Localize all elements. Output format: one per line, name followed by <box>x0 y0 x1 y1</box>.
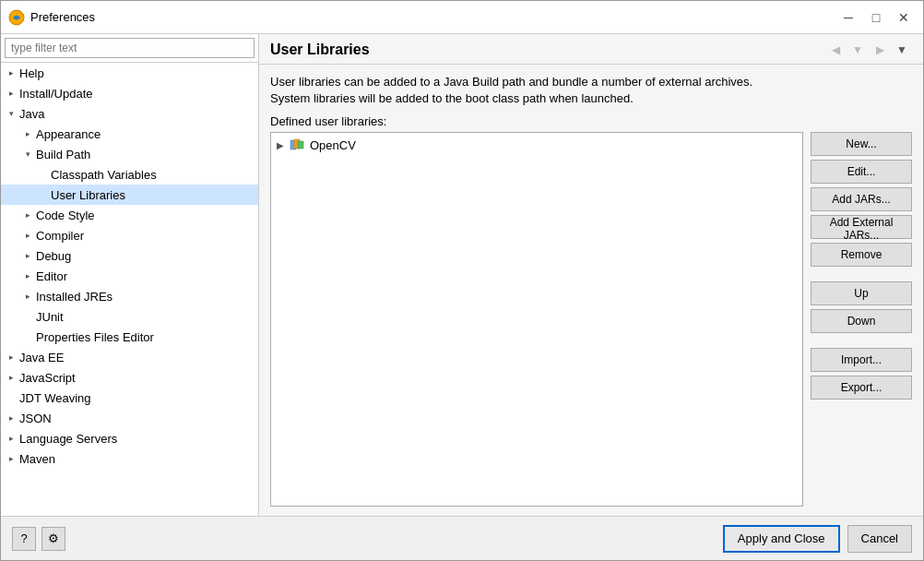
export-button[interactable]: Export... <box>811 376 912 400</box>
sidebar-item-label: Install/Update <box>19 87 255 101</box>
description: User libraries can be added to a Java Bu… <box>270 74 912 107</box>
preferences-window: Preferences ─ □ ✕ ▸Help▸Install/Update▾J… <box>0 0 924 561</box>
sidebar-item-label: Compiler <box>36 229 255 243</box>
list-item[interactable]: ▶ OpenCV <box>273 135 800 155</box>
minimize-button[interactable]: ─ <box>836 7 860 28</box>
maximize-button[interactable]: □ <box>864 7 888 28</box>
sidebar-item-label: JDT Weaving <box>19 391 255 405</box>
tree-arrow-icon: ▸ <box>21 210 34 220</box>
sidebar-item-label: Code Style <box>36 209 255 222</box>
library-buttons: New... Edit... Add JARs... Add External … <box>811 132 912 507</box>
forward-button[interactable]: ▶ <box>870 40 890 60</box>
tree-arrow-icon: ▸ <box>5 413 18 423</box>
sidebar-item-label: JUnit <box>36 310 255 324</box>
sidebar-item-label: Help <box>19 66 255 80</box>
remove-button[interactable]: Remove <box>811 243 912 267</box>
sidebar-item-label: Installed JREs <box>36 290 255 304</box>
panel-header: User Libraries ◀ ▼ ▶ ▼ <box>259 34 923 65</box>
description-line2: System libraries will be added to the bo… <box>270 91 634 105</box>
sidebar-item-label: Appearance <box>36 127 255 141</box>
sidebar-item-jdt-weaving[interactable]: JDT Weaving <box>1 388 258 408</box>
sidebar-item-label: Java <box>19 107 255 121</box>
tree-arrow-icon: ▸ <box>21 292 34 301</box>
sidebar-item-junit[interactable]: JUnit <box>1 306 258 327</box>
up-button[interactable]: Up <box>811 281 912 305</box>
sidebar-item-label: JavaScript <box>19 371 255 385</box>
sidebar-item-label: Editor <box>36 269 255 283</box>
sidebar-item-installed-jres[interactable]: ▸Installed JREs <box>1 286 258 306</box>
bottom-right-buttons: Apply and Close Cancel <box>723 525 912 553</box>
back-dropdown-button[interactable]: ▼ <box>847 40 868 60</box>
import-button[interactable]: Import... <box>811 348 912 372</box>
sidebar-item-properties-files-editor[interactable]: Properties Files Editor <box>1 327 258 347</box>
tree-arrow-icon: ▸ <box>5 454 18 463</box>
sidebar-item-json[interactable]: ▸JSON <box>1 408 258 428</box>
sidebar-search-container <box>1 34 258 63</box>
tree-arrow-icon: ▸ <box>5 89 18 98</box>
window-title: Preferences <box>30 10 836 24</box>
tree-arrow-icon: ▾ <box>5 109 18 118</box>
tree-arrow-icon: ▸ <box>21 251 34 260</box>
main-content: ▸Help▸Install/Update▾Java▸Appearance▾Bui… <box>1 34 923 516</box>
sidebar-item-java[interactable]: ▾Java <box>1 103 258 124</box>
sidebar-item-code-style[interactable]: ▸Code Style <box>1 205 258 225</box>
tree-arrow-icon: ▸ <box>5 373 18 382</box>
library-area: ▶ OpenCV New... <box>270 132 912 507</box>
right-panel: User Libraries ◀ ▼ ▶ ▼ User libraries ca… <box>259 34 923 516</box>
sidebar-item-label: Java EE <box>19 351 255 364</box>
new-button[interactable]: New... <box>811 132 912 156</box>
sidebar-item-language-servers[interactable]: ▸Language Servers <box>1 428 258 448</box>
add-external-jars-button[interactable]: Add External JARs... <box>811 215 912 239</box>
panel-body: User libraries can be added to a Java Bu… <box>259 65 923 516</box>
library-name: OpenCV <box>310 138 356 152</box>
bottom-left-buttons: ? ⚙ <box>12 527 65 551</box>
sidebar-item-label: Language Servers <box>19 432 255 446</box>
sidebar-item-maven[interactable]: ▸Maven <box>1 448 258 469</box>
tree-arrow-icon: ▸ <box>21 129 34 138</box>
help-button[interactable]: ? <box>12 527 36 551</box>
preferences-button[interactable]: ⚙ <box>41 527 65 551</box>
apply-close-button[interactable]: Apply and Close <box>723 525 840 553</box>
svg-rect-3 <box>298 141 303 149</box>
sidebar-item-label: Classpath Variables <box>51 168 255 182</box>
sidebar-item-debug[interactable]: ▸Debug <box>1 245 258 266</box>
add-jars-button[interactable]: Add JARs... <box>811 187 912 211</box>
sidebar-tree[interactable]: ▸Help▸Install/Update▾Java▸Appearance▾Bui… <box>1 63 258 516</box>
window-controls: ─ □ ✕ <box>836 7 916 28</box>
edit-button[interactable]: Edit... <box>811 160 912 184</box>
back-button[interactable]: ◀ <box>825 40 846 60</box>
tree-arrow-icon: ▸ <box>5 352 18 362</box>
panel-title: User Libraries <box>270 42 370 58</box>
forward-dropdown-button[interactable]: ▼ <box>892 40 912 60</box>
tree-arrow-icon: ▸ <box>21 271 34 280</box>
close-button[interactable]: ✕ <box>892 7 916 28</box>
tree-arrow-icon: ▸ <box>5 68 18 78</box>
sidebar-item-java-ee[interactable]: ▸Java EE <box>1 347 258 367</box>
sidebar: ▸Help▸Install/Update▾Java▸Appearance▾Bui… <box>1 34 259 516</box>
cancel-button[interactable]: Cancel <box>847 525 912 553</box>
library-list[interactable]: ▶ OpenCV <box>270 132 803 507</box>
defined-label: Defined user libraries: <box>270 114 912 128</box>
down-button[interactable]: Down <box>811 309 912 333</box>
description-line1: User libraries can be added to a Java Bu… <box>270 75 752 89</box>
tree-arrow-icon: ▸ <box>5 434 18 443</box>
library-icon <box>290 138 306 151</box>
sidebar-item-build-path[interactable]: ▾Build Path <box>1 144 258 164</box>
sidebar-item-editor[interactable]: ▸Editor <box>1 266 258 286</box>
search-input[interactable] <box>5 38 255 58</box>
title-bar: Preferences ─ □ ✕ <box>1 1 923 34</box>
sidebar-item-help[interactable]: ▸Help <box>1 63 258 83</box>
nav-buttons: ◀ ▼ ▶ ▼ <box>825 40 912 60</box>
sidebar-item-classpath-variables[interactable]: Classpath Variables <box>1 164 258 185</box>
spacer <box>811 270 912 278</box>
sidebar-item-label: Maven <box>19 452 255 466</box>
spacer2 <box>811 337 912 344</box>
tree-arrow-icon: ▾ <box>21 149 34 159</box>
sidebar-item-compiler[interactable]: ▸Compiler <box>1 225 258 245</box>
sidebar-item-install-update[interactable]: ▸Install/Update <box>1 83 258 103</box>
expand-arrow-icon: ▶ <box>277 140 290 150</box>
sidebar-item-user-libraries[interactable]: User Libraries <box>1 185 258 205</box>
sidebar-item-javascript[interactable]: ▸JavaScript <box>1 367 258 388</box>
sidebar-item-appearance[interactable]: ▸Appearance <box>1 124 258 144</box>
tree-arrow-icon: ▸ <box>21 231 34 240</box>
